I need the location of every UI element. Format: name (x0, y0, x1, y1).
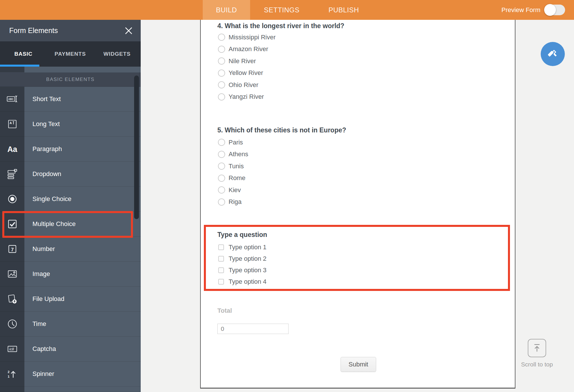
radio-option[interactable]: Yellow River (217, 67, 276, 79)
checkbox-option[interactable]: Type option 1 (217, 242, 266, 253)
captcha-icon: ic8 (6, 343, 18, 355)
element-item-spinner[interactable]: 2 1 Spinner (0, 362, 141, 387)
paragraph-icon: Aa (6, 143, 18, 155)
checkbox-option[interactable]: Type option 4 (217, 276, 266, 287)
option-label: Paris (229, 139, 243, 146)
element-item-image[interactable]: Image (0, 262, 141, 287)
scroll-to-top-label: Scroll to top (514, 361, 560, 368)
element-label: Multiple Choice (24, 212, 141, 237)
new-question-title[interactable]: Type a question (217, 231, 267, 239)
element-item-paragraph[interactable]: Aa Paragraph (0, 137, 141, 162)
total-label: Total (217, 307, 232, 314)
long-text-icon: A (6, 118, 18, 130)
checkbox-icon[interactable] (218, 244, 224, 250)
option-label: Ohio River (229, 81, 258, 89)
element-item-multiple-choice[interactable]: Multiple Choice (0, 212, 141, 237)
radio-icon[interactable] (218, 139, 225, 146)
paint-roller-icon (546, 47, 559, 61)
number-icon: 7 (6, 243, 18, 255)
element-item-time[interactable]: Time (0, 312, 141, 337)
radio-icon[interactable] (218, 93, 225, 101)
element-label: File Upload (24, 287, 141, 312)
image-icon (6, 268, 18, 280)
radio-option[interactable]: Tunis (217, 160, 248, 172)
preview-form-toggle[interactable] (545, 5, 565, 15)
option-label: Tunis (229, 163, 244, 170)
scroll-to-top-icon (531, 342, 543, 354)
radio-option[interactable]: Paris (217, 136, 248, 148)
sidebar-scrollbar-thumb[interactable] (134, 76, 139, 219)
radio-icon[interactable] (218, 198, 225, 206)
element-item-dropdown[interactable]: Dropdown (0, 162, 141, 187)
scroll-to-top-button[interactable]: Scroll to top (514, 339, 560, 368)
submit-button[interactable]: Submit (341, 357, 376, 372)
question-5-options: Paris Athens Tunis Rome Kiev Riga (217, 136, 248, 208)
toggle-knob-icon[interactable] (544, 4, 556, 16)
tab-build[interactable]: BUILD (203, 0, 250, 20)
question-5-title: 5. Which of these cities is not in Europ… (217, 126, 346, 134)
radio-option[interactable]: Mississippi River (217, 31, 276, 43)
element-item-short-text[interactable]: ABC Short Text (0, 87, 141, 112)
question-4-title: 4. What is the longest river in the worl… (217, 22, 344, 30)
checkbox-option[interactable]: Type option 3 (217, 264, 266, 276)
option-label: Mississippi River (229, 34, 276, 41)
option-label: Yangzi River (229, 93, 264, 101)
radio-icon[interactable] (218, 34, 225, 41)
element-label: Image (24, 262, 141, 287)
option-label: Type option 2 (229, 255, 266, 262)
option-label: Kiev (229, 186, 241, 194)
radio-option[interactable]: Yangzi River (217, 91, 276, 103)
multiple-choice-icon (6, 218, 18, 230)
radio-icon[interactable] (218, 81, 225, 88)
svg-text:Aa: Aa (7, 145, 17, 154)
radio-icon[interactable] (218, 69, 225, 77)
partial-row-above (0, 67, 141, 73)
element-item-number[interactable]: 7 Number (0, 237, 141, 262)
checkbox-option[interactable]: Type option 2 (217, 253, 266, 264)
radio-option[interactable]: Amazon River (217, 43, 276, 55)
spinner-icon: 2 1 (6, 368, 18, 380)
checkbox-icon[interactable] (218, 256, 224, 262)
radio-icon[interactable] (218, 175, 225, 182)
element-label: Spinner (24, 362, 141, 387)
new-question-options: Type option 1 Type option 2 Type option … (217, 242, 266, 287)
element-label: Single Choice (24, 187, 141, 212)
time-icon (6, 318, 18, 330)
tab-settings[interactable]: SETTINGS (250, 0, 313, 20)
radio-option[interactable]: Ohio River (217, 79, 276, 91)
panel-header: Form Elements (0, 20, 141, 41)
tab-publish[interactable]: PUBLISH (313, 0, 374, 20)
option-label: Riga (229, 198, 241, 206)
radio-icon[interactable] (218, 57, 225, 65)
form-designer-button[interactable] (541, 42, 565, 66)
dropdown-icon (6, 168, 18, 180)
close-icon[interactable] (125, 27, 133, 35)
form-preview: 4. What is the longest river in the worl… (200, 20, 515, 389)
checkbox-icon[interactable] (218, 279, 224, 285)
radio-icon[interactable] (218, 186, 225, 194)
radio-option[interactable]: Rome (217, 172, 248, 184)
tab-basic[interactable]: BASIC (0, 41, 47, 67)
element-label: Long Text (24, 112, 141, 137)
tab-widgets[interactable]: WIDGETS (94, 41, 140, 67)
svg-text:2: 2 (7, 370, 9, 374)
total-input[interactable] (217, 324, 289, 334)
radio-option[interactable]: Athens (217, 148, 248, 161)
radio-option[interactable]: Kiev (217, 184, 248, 196)
element-item-captcha[interactable]: ic8 Captcha (0, 337, 141, 362)
element-label: Paragraph (24, 137, 141, 162)
header-tabs: BUILD SETTINGS PUBLISH (203, 0, 374, 20)
radio-option[interactable]: Nile River (217, 55, 276, 67)
top-header: BUILD SETTINGS PUBLISH Preview Form (0, 0, 574, 20)
element-item-file-upload[interactable]: File Upload (0, 287, 141, 312)
tab-payments[interactable]: PAYMENTS (47, 41, 94, 67)
radio-icon[interactable] (218, 46, 225, 53)
radio-icon[interactable] (218, 151, 225, 158)
radio-icon[interactable] (218, 163, 225, 170)
section-basic-elements: BASIC ELEMENTS (0, 73, 141, 87)
element-item-single-choice[interactable]: Single Choice (0, 187, 141, 212)
checkbox-icon[interactable] (218, 267, 224, 273)
question-4-options: Mississippi River Amazon River Nile Rive… (217, 31, 276, 103)
element-item-long-text[interactable]: A Long Text (0, 112, 141, 137)
radio-option[interactable]: Riga (217, 196, 248, 208)
